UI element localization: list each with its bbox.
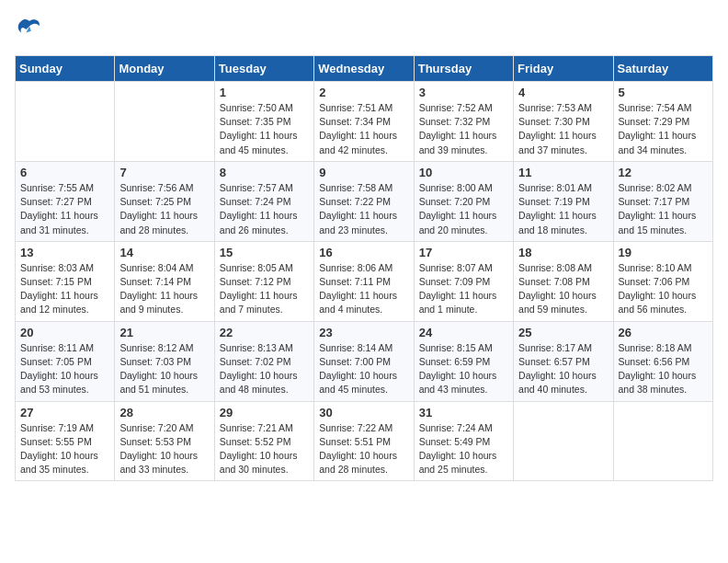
calendar-cell: 4Sunrise: 7:53 AMSunset: 7:30 PMDaylight…	[514, 82, 613, 162]
day-number: 13	[20, 246, 109, 259]
day-info: Sunrise: 8:00 AMSunset: 7:20 PMDaylight:…	[419, 181, 508, 237]
day-number: 23	[319, 326, 408, 339]
calendar-cell: 13Sunrise: 8:03 AMSunset: 7:15 PMDayligh…	[16, 241, 115, 321]
calendar-body: 1Sunrise: 7:50 AMSunset: 7:35 PMDaylight…	[16, 82, 713, 481]
calendar-cell	[514, 401, 613, 481]
day-number: 4	[518, 86, 608, 99]
day-info: Sunrise: 7:50 AMSunset: 7:35 PMDaylight:…	[220, 101, 309, 157]
calendar-cell: 10Sunrise: 8:00 AMSunset: 7:20 PMDayligh…	[414, 161, 513, 241]
day-info: Sunrise: 7:19 AMSunset: 5:55 PMDaylight:…	[20, 421, 109, 477]
day-info: Sunrise: 7:20 AMSunset: 5:53 PMDaylight:…	[119, 421, 209, 477]
day-info: Sunrise: 8:04 AMSunset: 7:14 PMDaylight:…	[119, 261, 209, 317]
calendar-cell: 30Sunrise: 7:22 AMSunset: 5:51 PMDayligh…	[314, 401, 414, 481]
day-number: 14	[119, 246, 209, 259]
calendar-cell: 15Sunrise: 8:05 AMSunset: 7:12 PMDayligh…	[214, 241, 313, 321]
calendar-cell: 1Sunrise: 7:50 AMSunset: 7:35 PMDaylight…	[214, 82, 313, 162]
weekday-header-cell: Saturday	[613, 56, 712, 82]
page-header	[15, 15, 713, 44]
calendar-cell: 18Sunrise: 8:08 AMSunset: 7:08 PMDayligh…	[514, 241, 613, 321]
day-info: Sunrise: 7:52 AMSunset: 7:32 PMDaylight:…	[419, 101, 508, 157]
day-info: Sunrise: 8:05 AMSunset: 7:12 PMDaylight:…	[220, 261, 309, 317]
calendar-cell: 22Sunrise: 8:13 AMSunset: 7:02 PMDayligh…	[214, 321, 313, 401]
day-number: 20	[20, 326, 109, 339]
day-number: 10	[419, 166, 508, 179]
calendar-cell: 9Sunrise: 7:58 AMSunset: 7:22 PMDaylight…	[314, 161, 414, 241]
calendar-cell: 23Sunrise: 8:14 AMSunset: 7:00 PMDayligh…	[314, 321, 414, 401]
calendar-cell: 16Sunrise: 8:06 AMSunset: 7:11 PMDayligh…	[314, 241, 414, 321]
day-info: Sunrise: 8:01 AMSunset: 7:19 PMDaylight:…	[518, 181, 608, 237]
calendar-cell: 29Sunrise: 7:21 AMSunset: 5:52 PMDayligh…	[214, 401, 313, 481]
calendar-cell: 2Sunrise: 7:51 AMSunset: 7:34 PMDaylight…	[314, 82, 414, 162]
day-info: Sunrise: 7:21 AMSunset: 5:52 PMDaylight:…	[220, 421, 309, 477]
calendar-cell: 3Sunrise: 7:52 AMSunset: 7:32 PMDaylight…	[414, 82, 513, 162]
day-number: 1	[220, 86, 309, 99]
calendar-week-row: 20Sunrise: 8:11 AMSunset: 7:05 PMDayligh…	[16, 321, 713, 401]
day-number: 25	[518, 326, 608, 339]
day-number: 11	[518, 166, 608, 179]
day-info: Sunrise: 7:55 AMSunset: 7:27 PMDaylight:…	[20, 181, 109, 237]
day-number: 30	[319, 406, 408, 419]
calendar-cell: 14Sunrise: 8:04 AMSunset: 7:14 PMDayligh…	[115, 241, 214, 321]
day-info: Sunrise: 8:07 AMSunset: 7:09 PMDaylight:…	[419, 261, 508, 317]
day-info: Sunrise: 7:24 AMSunset: 5:49 PMDaylight:…	[419, 421, 508, 477]
day-number: 8	[220, 166, 309, 179]
day-number: 9	[319, 166, 408, 179]
calendar-cell: 28Sunrise: 7:20 AMSunset: 5:53 PMDayligh…	[115, 401, 214, 481]
logo	[15, 15, 48, 44]
day-number: 18	[518, 246, 608, 259]
day-number: 17	[419, 246, 508, 259]
day-number: 5	[619, 86, 708, 99]
day-number: 21	[119, 326, 209, 339]
calendar-cell: 26Sunrise: 8:18 AMSunset: 6:56 PMDayligh…	[613, 321, 712, 401]
day-info: Sunrise: 7:58 AMSunset: 7:22 PMDaylight:…	[319, 181, 408, 237]
calendar-cell: 17Sunrise: 8:07 AMSunset: 7:09 PMDayligh…	[414, 241, 513, 321]
calendar-table: SundayMondayTuesdayWednesdayThursdayFrid…	[15, 55, 713, 481]
weekday-header-cell: Sunday	[16, 56, 115, 82]
day-number: 15	[220, 246, 309, 259]
day-number: 24	[419, 326, 508, 339]
calendar-cell: 21Sunrise: 8:12 AMSunset: 7:03 PMDayligh…	[115, 321, 214, 401]
day-number: 31	[419, 406, 508, 419]
day-info: Sunrise: 8:02 AMSunset: 7:17 PMDaylight:…	[619, 181, 708, 237]
day-info: Sunrise: 8:18 AMSunset: 6:56 PMDaylight:…	[619, 341, 708, 397]
day-info: Sunrise: 8:11 AMSunset: 7:05 PMDaylight:…	[20, 341, 109, 397]
day-number: 22	[220, 326, 309, 339]
calendar-week-row: 1Sunrise: 7:50 AMSunset: 7:35 PMDaylight…	[16, 82, 713, 162]
logo-bird-icon	[15, 15, 44, 44]
day-number: 3	[419, 86, 508, 99]
calendar-cell: 31Sunrise: 7:24 AMSunset: 5:49 PMDayligh…	[414, 401, 513, 481]
calendar-cell	[115, 82, 214, 162]
calendar-cell: 20Sunrise: 8:11 AMSunset: 7:05 PMDayligh…	[16, 321, 115, 401]
weekday-header-row: SundayMondayTuesdayWednesdayThursdayFrid…	[16, 56, 713, 82]
day-info: Sunrise: 8:13 AMSunset: 7:02 PMDaylight:…	[220, 341, 309, 397]
weekday-header-cell: Friday	[514, 56, 613, 82]
day-number: 27	[20, 406, 109, 419]
calendar-cell: 7Sunrise: 7:56 AMSunset: 7:25 PMDaylight…	[115, 161, 214, 241]
day-info: Sunrise: 8:14 AMSunset: 7:00 PMDaylight:…	[319, 341, 408, 397]
calendar-cell: 11Sunrise: 8:01 AMSunset: 7:19 PMDayligh…	[514, 161, 613, 241]
day-number: 28	[119, 406, 209, 419]
day-info: Sunrise: 7:22 AMSunset: 5:51 PMDaylight:…	[319, 421, 408, 477]
day-number: 2	[319, 86, 408, 99]
day-number: 26	[619, 326, 708, 339]
day-info: Sunrise: 8:12 AMSunset: 7:03 PMDaylight:…	[119, 341, 209, 397]
calendar-cell: 27Sunrise: 7:19 AMSunset: 5:55 PMDayligh…	[16, 401, 115, 481]
calendar-cell: 12Sunrise: 8:02 AMSunset: 7:17 PMDayligh…	[613, 161, 712, 241]
calendar-cell	[613, 401, 712, 481]
weekday-header-cell: Wednesday	[314, 56, 414, 82]
day-number: 7	[119, 166, 209, 179]
day-info: Sunrise: 8:08 AMSunset: 7:08 PMDaylight:…	[518, 261, 608, 317]
day-number: 16	[319, 246, 408, 259]
calendar-cell	[16, 82, 115, 162]
calendar-cell: 25Sunrise: 8:17 AMSunset: 6:57 PMDayligh…	[514, 321, 613, 401]
calendar-cell: 6Sunrise: 7:55 AMSunset: 7:27 PMDaylight…	[16, 161, 115, 241]
day-number: 12	[619, 166, 708, 179]
calendar-cell: 19Sunrise: 8:10 AMSunset: 7:06 PMDayligh…	[613, 241, 712, 321]
day-number: 19	[619, 246, 708, 259]
day-info: Sunrise: 8:10 AMSunset: 7:06 PMDaylight:…	[619, 261, 708, 317]
calendar-cell: 8Sunrise: 7:57 AMSunset: 7:24 PMDaylight…	[214, 161, 313, 241]
day-info: Sunrise: 7:57 AMSunset: 7:24 PMDaylight:…	[220, 181, 309, 237]
day-number: 6	[20, 166, 109, 179]
day-info: Sunrise: 7:56 AMSunset: 7:25 PMDaylight:…	[119, 181, 209, 237]
day-info: Sunrise: 8:15 AMSunset: 6:59 PMDaylight:…	[419, 341, 508, 397]
